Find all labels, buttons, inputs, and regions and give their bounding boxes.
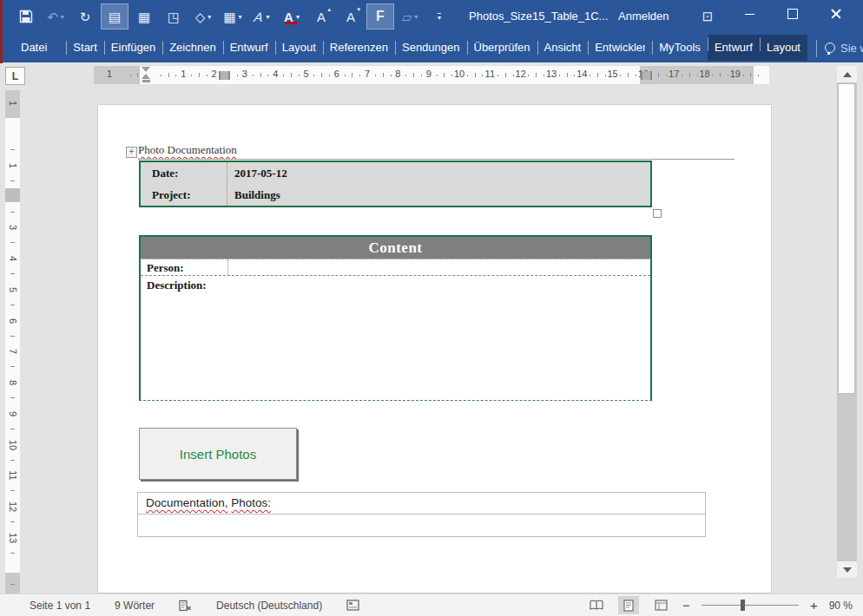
zoom-level[interactable]: 90 % bbox=[829, 600, 853, 612]
qat-overflow-button[interactable]: ▾ bbox=[425, 3, 453, 29]
content-header-cell[interactable]: Content bbox=[141, 237, 650, 259]
read-mode-button[interactable] bbox=[586, 596, 607, 614]
table-resize-handle[interactable] bbox=[653, 209, 662, 218]
photos-empty-cell[interactable] bbox=[138, 514, 705, 537]
word-count[interactable]: 9 Wörter bbox=[115, 600, 155, 612]
page-indicator[interactable]: Seite 1 von 1 bbox=[30, 600, 90, 612]
caret-up-icon: ▴ bbox=[327, 6, 331, 13]
ruler-number: 6 bbox=[6, 315, 18, 327]
web-layout-button[interactable] bbox=[650, 596, 671, 614]
language-indicator[interactable]: Deutsch (Deutschland) bbox=[216, 600, 322, 612]
table-row-marker[interactable] bbox=[5, 187, 20, 203]
bold-button[interactable]: F bbox=[366, 3, 394, 29]
undo-button[interactable]: ↶▾ bbox=[42, 3, 69, 29]
scroll-up-button[interactable] bbox=[837, 66, 857, 82]
content-table: Content Person: Description: bbox=[139, 235, 652, 401]
vertical-ruler[interactable]: 123456789101112131 bbox=[5, 90, 20, 593]
redo-button[interactable]: ↻ bbox=[71, 3, 99, 29]
hanging-indent-marker[interactable] bbox=[142, 74, 150, 79]
tab-stop-selector[interactable]: L bbox=[5, 67, 25, 85]
table-move-handle[interactable]: + bbox=[126, 147, 137, 158]
photos-table: Documentation, Photos: bbox=[137, 492, 706, 537]
ribbon-display-options-button[interactable]: ⊡ bbox=[696, 5, 719, 28]
sign-in-link[interactable]: Anmelden bbox=[618, 0, 669, 33]
text-effects-button[interactable]: A▾ bbox=[248, 3, 276, 29]
photos-label-word: Photos: bbox=[231, 496, 271, 509]
photos-label-cell[interactable]: Documentation, Photos: bbox=[138, 493, 705, 514]
chevron-down-icon: ▾ bbox=[208, 13, 211, 21]
table-button[interactable]: ▦▾ bbox=[219, 3, 247, 29]
document-page[interactable]: + Photo Documentation Date: 2017-05-12 P… bbox=[97, 104, 772, 593]
minimize-button[interactable] bbox=[735, 0, 764, 28]
info-label-cell[interactable]: Date: bbox=[141, 162, 227, 184]
tab-datei[interactable]: Datei bbox=[14, 38, 54, 57]
ruler-number: 7 bbox=[6, 345, 18, 357]
ribbon-tab[interactable]: Sendungen bbox=[395, 38, 467, 57]
info-value-cell[interactable]: Buildings bbox=[227, 184, 650, 206]
contextual-ribbon-tab[interactable]: Layout bbox=[760, 35, 807, 61]
font-color-button[interactable]: A▾ bbox=[278, 3, 306, 29]
zoom-in-button[interactable]: + bbox=[810, 598, 818, 613]
table-column-marker[interactable] bbox=[219, 71, 230, 80]
vertical-scrollbar[interactable] bbox=[837, 66, 857, 593]
undo-icon: ↶ bbox=[47, 10, 58, 23]
document-workspace: L 123456789101112131415161718191 1234567… bbox=[0, 62, 863, 593]
maximize-button[interactable] bbox=[778, 0, 807, 28]
tell-me-box[interactable]: Sie wünschen bbox=[816, 42, 863, 55]
contextual-ribbon-tab[interactable]: Entwurf bbox=[708, 35, 760, 61]
format-painter-button[interactable]: ▱▾ bbox=[396, 3, 424, 29]
ribbon-tab[interactable]: Referenzen bbox=[323, 38, 395, 57]
ribbon-tab[interactable]: Entwurf bbox=[223, 38, 275, 57]
ruler-number: 12 bbox=[6, 501, 18, 513]
zoom-slider-thumb[interactable] bbox=[741, 600, 745, 611]
scrollbar-gutter bbox=[837, 578, 857, 593]
ribbon-tab[interactable]: Layout bbox=[275, 38, 323, 57]
ribbon-tab[interactable]: Zeichnen bbox=[162, 38, 222, 57]
ruler-number: 5 bbox=[6, 284, 18, 296]
ribbon-tab[interactable]: MyTools bbox=[652, 38, 708, 57]
status-left: Seite 1 von 1 9 Wörter Deutsch (Deutschl… bbox=[0, 600, 384, 612]
info-value-cell[interactable]: 2017-05-12 bbox=[227, 162, 650, 184]
ruler-number: 9 bbox=[424, 69, 434, 79]
close-button[interactable] bbox=[821, 0, 851, 28]
shrink-font-button[interactable]: A▾ bbox=[337, 3, 365, 29]
scroll-down-button[interactable] bbox=[837, 561, 857, 578]
save-button[interactable] bbox=[12, 3, 40, 29]
ribbon-tab[interactable]: Ansicht bbox=[537, 38, 589, 57]
scrollbar-thumb[interactable] bbox=[838, 83, 855, 394]
ruler-number: 5 bbox=[301, 69, 312, 79]
status-right: − + 90 % bbox=[586, 594, 853, 616]
table-column-marker[interactable] bbox=[641, 71, 652, 80]
zoom-slider[interactable] bbox=[702, 605, 799, 606]
person-row[interactable]: Person: bbox=[141, 259, 650, 276]
ruler-margin-number: 1 bbox=[104, 69, 115, 79]
macro-record-button[interactable] bbox=[346, 600, 359, 611]
maximize-icon bbox=[787, 9, 798, 19]
ribbon-display-options-icon: ⊡ bbox=[702, 9, 714, 24]
shapes-button[interactable]: ◇▾ bbox=[189, 3, 217, 29]
ribbon-tab[interactable]: Überprüfen bbox=[467, 38, 537, 57]
description-row[interactable]: Description: bbox=[141, 276, 650, 401]
paste-special-button[interactable]: ◳ bbox=[160, 3, 188, 29]
table-icon: ▦ bbox=[223, 10, 235, 23]
redo-icon: ↻ bbox=[80, 10, 91, 23]
grow-font-button[interactable]: A▴ bbox=[307, 3, 335, 29]
font-color-swatch bbox=[285, 22, 297, 24]
insert-rows-button[interactable]: ▦ bbox=[130, 3, 158, 29]
ruler-number: 13 bbox=[546, 69, 557, 79]
print-layout-button[interactable]: ▤ bbox=[101, 3, 128, 29]
left-indent-marker[interactable] bbox=[142, 80, 150, 82]
document-heading[interactable]: Photo Documentation bbox=[138, 143, 237, 157]
print-layout-view-icon bbox=[623, 600, 635, 612]
print-layout-button-status[interactable] bbox=[618, 596, 639, 614]
insert-photos-button[interactable]: Insert Photos bbox=[139, 428, 297, 480]
zoom-out-button[interactable]: − bbox=[682, 598, 690, 613]
lightbulb-icon bbox=[825, 43, 835, 53]
first-line-indent-marker[interactable] bbox=[142, 67, 150, 72]
horizontal-ruler[interactable]: 123456789101112131415161718191 bbox=[94, 66, 769, 84]
ribbon-tab[interactable]: Entwicklertools bbox=[588, 38, 652, 57]
ribbon-tab[interactable]: Start bbox=[66, 38, 103, 57]
info-label-cell[interactable]: Project: bbox=[141, 184, 227, 206]
ribbon-tab[interactable]: Einfügen bbox=[104, 38, 162, 57]
proofing-status-button[interactable] bbox=[179, 600, 192, 612]
